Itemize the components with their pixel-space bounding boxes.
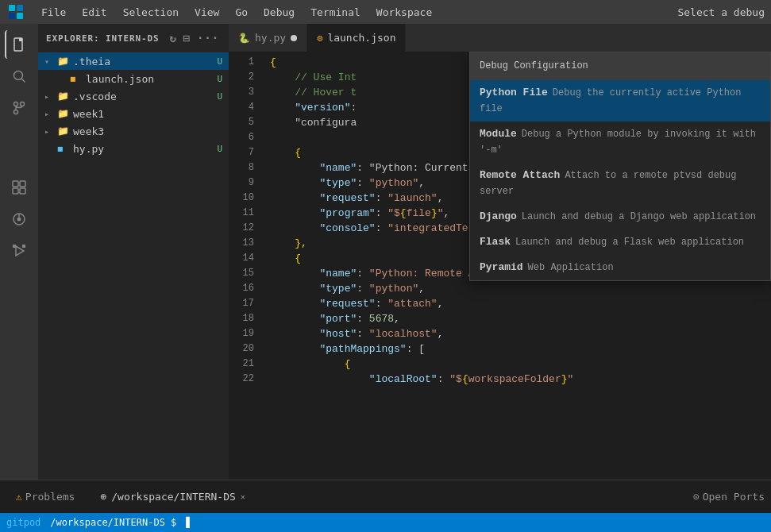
svg-rect-19 <box>13 245 16 248</box>
svg-point-10 <box>21 102 25 106</box>
tab-launch-json-label: launch.json <box>327 32 395 44</box>
sidebar: EXPLORER: INTERN-DS ↻ ⊟ ··· ▾📁.theiaU◼la… <box>38 24 229 480</box>
menu-debug[interactable]: Debug <box>257 5 301 20</box>
line-numbers: 12345678910111213141516171819202122 <box>229 52 260 480</box>
folder-icon: 📁 <box>57 125 70 137</box>
code-line: "request": "attach", <box>270 296 771 311</box>
tree-item-badge: U <box>217 74 222 84</box>
status-gitpod: gitpod <box>6 517 40 528</box>
dropdown-item-title: Pyramid <box>480 261 523 273</box>
svg-rect-2 <box>9 13 15 19</box>
svg-rect-12 <box>20 181 25 187</box>
dropdown-item-python-file[interactable]: Python FileDebug the currently active Py… <box>470 80 770 121</box>
dropdown-item-django[interactable]: DjangoLaunch and debug a Django web appl… <box>470 204 770 229</box>
dropdown-items-container: Python FileDebug the currently active Py… <box>470 80 770 280</box>
menu-go[interactable]: Go <box>229 5 254 20</box>
terminal-close-icon[interactable]: ✕ <box>241 492 245 501</box>
tree-item-label: launch.json <box>86 73 217 85</box>
menu-terminal[interactable]: Terminal <box>304 5 367 20</box>
tab-hy-py[interactable]: 🐍 hy.py <box>229 24 307 52</box>
tree-item-badge: U <box>217 91 222 102</box>
problems-icon: ⚠ <box>16 491 22 503</box>
svg-point-6 <box>14 71 23 80</box>
tree-item-hy-py[interactable]: ◼hy.pyU <box>38 140 229 157</box>
app-logo <box>6 2 25 21</box>
dropdown-header: Debug Configuration <box>470 52 770 80</box>
code-line: { <box>270 357 771 372</box>
code-line: "localRoot": "${workspaceFolder}" <box>270 372 771 387</box>
tree-item-badge: U <box>217 56 222 67</box>
dropdown-item-title: Django <box>480 210 517 222</box>
launch-json-icon: ⚙ <box>317 33 322 44</box>
refresh-icon[interactable]: ↻ <box>168 30 178 46</box>
svg-line-7 <box>22 79 25 83</box>
svg-point-8 <box>14 102 18 106</box>
status-bar: gitpod /workspace/INTERN-DS $ ▋ <box>0 513 771 532</box>
open-ports-tab[interactable]: ⊙ Open Ports <box>693 491 765 503</box>
dropdown-item-title: Module <box>480 128 517 140</box>
code-editor[interactable]: 12345678910111213141516171819202122 { //… <box>229 52 771 480</box>
folder-icon: 📁 <box>57 56 70 67</box>
svg-rect-20 <box>22 245 25 248</box>
tab-modified-dot <box>291 35 297 41</box>
dropdown-item-flask[interactable]: FlaskLaunch and debug a Flask web applic… <box>470 229 770 255</box>
code-line: "type": "python", <box>270 281 771 296</box>
problems-tab[interactable]: ⚠ Problems <box>6 484 84 511</box>
tree-item-label: week1 <box>73 108 229 120</box>
menu-file[interactable]: File <box>35 5 72 20</box>
debug-run-icon[interactable] <box>5 237 33 265</box>
search-icon[interactable] <box>5 62 33 91</box>
file-icon: ◼ <box>57 143 70 154</box>
dropdown-item-pyramid[interactable]: PyramidWeb Application <box>470 255 770 280</box>
terminal-tab[interactable]: ⊕ /workspace/INTERN-DS ✕ <box>91 488 254 506</box>
remote-icon[interactable] <box>5 205 33 233</box>
arrow-icon: ▾ <box>44 57 57 66</box>
more-icon[interactable]: ··· <box>195 30 221 46</box>
status-path: /workspace/INTERN-DS $ <box>50 517 176 528</box>
tree-item-launch-json[interactable]: ◼launch.jsonU <box>38 70 229 87</box>
problems-label: Problems <box>25 491 75 503</box>
svg-rect-3 <box>17 13 23 19</box>
svg-rect-5 <box>19 38 22 41</box>
activity-bar <box>0 24 38 480</box>
svg-rect-0 <box>9 5 15 11</box>
tree-item-week3[interactable]: ▸📁week3 <box>38 122 229 140</box>
terminal-label: /workspace/INTERN-DS <box>111 491 236 503</box>
svg-point-9 <box>14 110 18 114</box>
folder-icon: 📁 <box>57 91 70 102</box>
bottom-panel: ⚠ Problems ⊕ /workspace/INTERN-DS ✕ ⊙ Op… <box>0 480 771 513</box>
files-icon[interactable] <box>5 30 33 59</box>
collapse-icon[interactable]: ⊟ <box>182 30 192 46</box>
file-icon: ◼ <box>70 73 83 84</box>
code-line: "host": "localhost", <box>270 326 771 341</box>
tree-item-label: .vscode <box>73 91 217 102</box>
dropdown-item-title: Remote Attach <box>480 169 560 181</box>
code-line: "pathMappings": [ <box>270 341 771 357</box>
open-ports-label: Open Ports <box>703 491 765 503</box>
dropdown-item-title: Python File <box>480 87 548 98</box>
folder-icon: 📁 <box>57 108 70 119</box>
sidebar-header-actions: ↻ ⊟ ··· <box>168 30 221 46</box>
dropdown-item-desc: Web Application <box>528 262 614 273</box>
arrow-icon: ▸ <box>44 127 57 136</box>
svg-point-16 <box>17 218 21 222</box>
open-ports-icon: ⊙ <box>693 491 700 503</box>
dropdown-item-desc: Launch and debug a Django web applicatio… <box>522 211 756 222</box>
menu-edit[interactable]: Edit <box>75 5 113 20</box>
tree-item-label: .theia <box>73 56 217 67</box>
tree-item-vscode[interactable]: ▸📁.vscodeU <box>38 87 229 105</box>
extensions-icon[interactable] <box>5 173 33 202</box>
hy-py-icon: 🐍 <box>238 33 250 44</box>
menu-view[interactable]: View <box>188 5 226 20</box>
dropdown-item-module[interactable]: ModuleDebug a Python module by invoking … <box>470 121 770 163</box>
dropdown-item-remote-attach[interactable]: Remote AttachAttach to a remote ptvsd de… <box>470 163 770 204</box>
code-line: "port": 5678, <box>270 311 771 326</box>
tree-item-theia[interactable]: ▾📁.theiaU <box>38 52 229 70</box>
tree-item-week1[interactable]: ▸📁week1 <box>38 105 229 122</box>
tab-launch-json[interactable]: ⚙ launch.json <box>307 24 406 52</box>
arrow-icon: ▸ <box>44 92 57 101</box>
menu-workspace[interactable]: Workspace <box>370 5 438 20</box>
menu-selection[interactable]: Selection <box>117 5 185 20</box>
source-control-icon[interactable] <box>5 94 33 122</box>
main-layout: EXPLORER: INTERN-DS ↻ ⊟ ··· ▾📁.theiaU◼la… <box>0 24 771 480</box>
